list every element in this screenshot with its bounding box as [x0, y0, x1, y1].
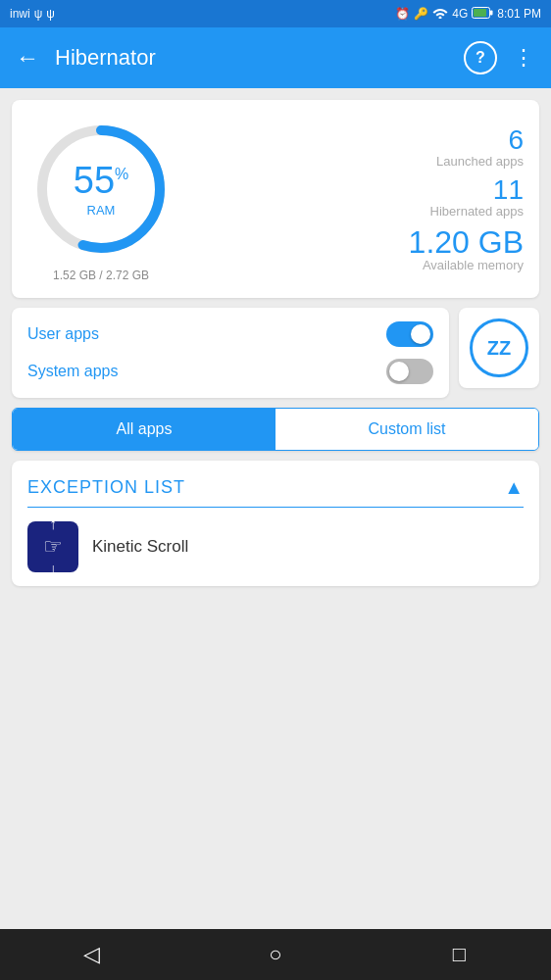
stats-right: 6 Launched apps 11 Hibernated apps 1.20 … [190, 126, 524, 272]
kinetic-scroll-icon: ↑ ☞ ↓ [43, 521, 63, 572]
main-content: 55% RAM 1.52 GB / 2.72 GB 6 Launched app… [0, 88, 551, 929]
battery-icon [472, 7, 493, 22]
tab-all-apps[interactable]: All apps [13, 409, 276, 450]
hibernated-count: 11 [430, 176, 524, 204]
ram-percent: 55% [74, 162, 129, 199]
sleep-icon: ZZ [470, 318, 528, 377]
launched-count: 6 [436, 126, 524, 154]
usb-icon-2: ψ [46, 7, 55, 21]
available-memory-stat: 1.20 GB Available memory [409, 226, 524, 272]
hibernated-label: Hibernated apps [430, 204, 524, 219]
help-label: ? [476, 49, 485, 67]
available-memory-label: Available memory [409, 258, 524, 272]
system-apps-label: System apps [27, 363, 118, 380]
donut-chart: 55% RAM [27, 116, 175, 263]
system-apps-knob [389, 362, 409, 381]
tab-bar: All apps Custom list [12, 408, 539, 451]
user-apps-label: User apps [27, 325, 99, 343]
svg-rect-2 [490, 10, 493, 15]
nav-back-button[interactable]: ◁ [67, 935, 118, 974]
exception-title: Exception List [27, 477, 185, 498]
donut-center: 55% RAM [74, 162, 129, 218]
stats-card: 55% RAM 1.52 GB / 2.72 GB 6 Launched app… [12, 100, 539, 298]
app-icon-kinetic: ↑ ☞ ↓ [27, 521, 78, 572]
app-title: Hibernator [55, 45, 464, 71]
key-icon: 🔑 [414, 7, 428, 21]
status-bar: inwi ψ ψ ⏰ 🔑 4G 8:01 PM [0, 0, 551, 27]
tab-custom-list[interactable]: Custom list [276, 409, 538, 450]
system-apps-row: System apps [27, 359, 433, 384]
status-right: ⏰ 🔑 4G 8:01 PM [395, 7, 541, 22]
nav-home-button[interactable]: ○ [250, 935, 301, 974]
nav-recent-button[interactable]: □ [433, 935, 484, 974]
svg-rect-1 [474, 9, 486, 17]
launched-apps-stat: 6 Launched apps [436, 126, 524, 169]
bottom-nav: ◁ ○ □ [0, 929, 551, 980]
user-apps-toggle[interactable] [386, 321, 433, 347]
hibernated-apps-stat: 11 Hibernated apps [430, 176, 524, 219]
help-button[interactable]: ? [464, 41, 497, 74]
user-apps-row: User apps [27, 321, 433, 347]
back-button[interactable]: ← [16, 44, 39, 72]
exception-chevron[interactable]: ▲ [504, 476, 524, 499]
exception-card: Exception List ▲ ↑ ☞ ↓ Kinetic Scroll [12, 461, 539, 586]
usb-icon-1: ψ [34, 7, 43, 21]
app-bar: ← Hibernator ? ⋮ [0, 27, 551, 88]
sleep-button[interactable]: ZZ [459, 308, 539, 388]
exception-header: Exception List ▲ [12, 461, 539, 507]
memory-usage: 1.52 GB / 2.72 GB [53, 269, 149, 282]
available-memory-value: 1.20 GB [409, 226, 524, 258]
ram-label: RAM [74, 203, 129, 218]
signal-icon: 4G [452, 7, 468, 21]
app-name-kinetic: Kinetic Scroll [92, 537, 188, 557]
list-item: ↑ ☞ ↓ Kinetic Scroll [12, 508, 539, 586]
user-apps-knob [411, 324, 430, 344]
status-left: inwi ψ ψ [10, 7, 55, 21]
alarm-icon: ⏰ [395, 7, 410, 21]
controls-card: User apps System apps ZZ [12, 308, 539, 398]
menu-button[interactable]: ⋮ [513, 45, 535, 71]
launched-label: Launched apps [436, 154, 524, 169]
toggles-panel: User apps System apps [12, 308, 449, 398]
system-apps-toggle[interactable] [386, 359, 433, 384]
carrier-text: inwi [10, 7, 30, 21]
wifi-icon [432, 7, 448, 22]
time-text: 8:01 PM [497, 7, 541, 21]
